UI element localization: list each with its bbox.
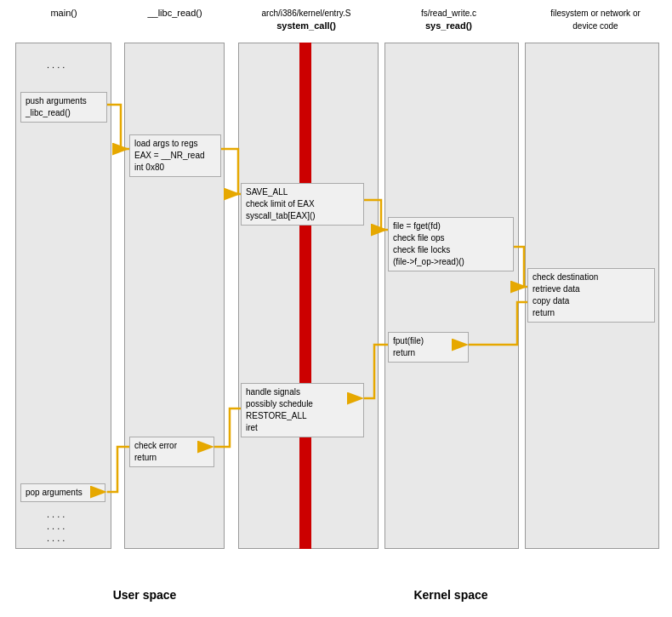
action-load-args: load args to regsEAX = __NR_readint 0x80 (129, 134, 221, 177)
action-pop-args: pop arguments (20, 483, 105, 502)
action-save-all: SAVE_ALLcheck limit of EAXsyscall_tab[EA… (241, 183, 364, 226)
col-header-libc: __libc_read() (126, 7, 224, 20)
col-header-syscall: arch/i386/kernel/entry.S system_call() (238, 7, 374, 33)
col-header-sysread: fs/read_write.c sys_read() (387, 7, 510, 33)
dots-main-bot3: . . . . (47, 533, 65, 543)
dots-main-bot2: . . . . (47, 521, 65, 531)
action-fput: fput(file)return (388, 332, 469, 363)
action-check-error: check errorreturn (129, 437, 214, 467)
dots-main-top: . . . . (47, 60, 65, 70)
col-header-fs: filesystem or network ordevice code (527, 7, 663, 33)
swimlane-libc (124, 43, 225, 549)
action-push-args: push arguments_libc_read() (20, 92, 107, 123)
dots-main-bot1: . . . . (47, 509, 65, 519)
action-handle-signals: handle signalspossibly scheduleRESTORE_A… (241, 383, 364, 437)
red-bar (299, 43, 311, 549)
action-file-ops: file = fget(fd)check file opscheck file … (388, 217, 514, 271)
swimlane-sysread (384, 43, 519, 549)
col-header-main: main() (17, 7, 111, 20)
footer-kernel-space: Kernel space (357, 588, 544, 602)
footer-user-space: User space (68, 588, 221, 602)
diagram: main() __libc_read() arch/i386/kernel/en… (0, 0, 672, 617)
action-fs-ops: check destinationretrieve datacopy datar… (527, 268, 655, 323)
